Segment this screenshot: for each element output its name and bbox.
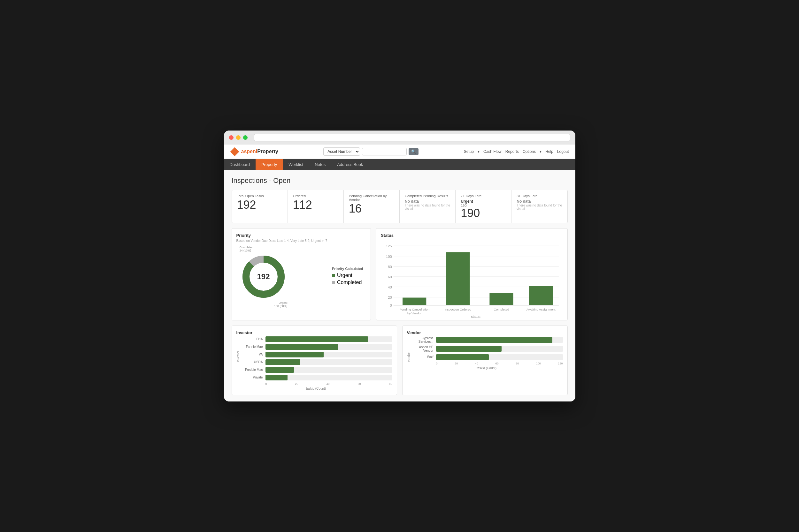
svg-text:125: 125 xyxy=(386,245,392,248)
hbar-fill-va xyxy=(266,352,324,357)
nav-item-property[interactable]: Property xyxy=(256,159,283,170)
hbar-cypress: Cypress Services... xyxy=(411,336,563,343)
hbar-label-wolf: Wolf xyxy=(411,355,436,359)
search-select[interactable]: Asset Number xyxy=(323,148,360,156)
investor-chart-wrapper: investor FHA Fannie Mae xyxy=(236,336,392,390)
charts-row-1: Priority Based on Vendor Due Date: Late … xyxy=(232,228,568,320)
page-title: Inspections - Open xyxy=(232,176,568,185)
hbar-aspen: Aspen HP Vendor xyxy=(411,345,563,352)
priority-legend-title: Priority Calculated xyxy=(332,267,363,271)
investor-xtick-40: 40 xyxy=(326,382,329,385)
vendor-x-label: taskid (Count) xyxy=(411,366,563,370)
stat-no-data-2: No data xyxy=(516,199,562,204)
hbar-fill-wolf xyxy=(436,354,489,360)
hbar-track-private xyxy=(266,375,392,380)
svg-text:20: 20 xyxy=(388,296,392,300)
vendor-xtick-40: 40 xyxy=(475,362,478,365)
stat-label-total: Total Open Tasks xyxy=(237,194,283,198)
stat-label-ordered: Ordered xyxy=(293,194,338,198)
nav-item-notes[interactable]: Notes xyxy=(309,159,331,170)
investor-x-label: taskid (Count) xyxy=(240,387,392,390)
options-link[interactable]: Options xyxy=(523,149,536,154)
hbar-label-freddiemac: Freddie Mac xyxy=(240,368,266,372)
vendor-x-ticks: 0 20 40 60 80 100 120 xyxy=(411,362,563,365)
hbar-label-cypress: Cypress Services... xyxy=(411,336,436,343)
nav-item-addressbook[interactable]: Address Book xyxy=(331,159,369,170)
priority-legend: Priority Calculated Urgent Completed xyxy=(332,267,363,287)
hbar-label-usda: USDA xyxy=(240,360,266,364)
close-button[interactable] xyxy=(229,135,234,140)
search-input[interactable] xyxy=(362,148,407,155)
svg-text:80: 80 xyxy=(388,265,392,269)
legend-dot-completed xyxy=(332,281,335,284)
setup-link[interactable]: Setup xyxy=(464,149,474,154)
hbar-label-aspen: Aspen HP Vendor xyxy=(411,345,436,352)
donut-label-urgent: Urgent168 (88%) xyxy=(240,301,288,308)
vendor-xtick-100: 100 xyxy=(536,362,541,365)
hbar-fill-fanniemae xyxy=(266,344,338,350)
svg-text:60: 60 xyxy=(388,275,392,279)
chart-status: Status 125 100 80 60 40 20 0 xyxy=(376,228,567,320)
svg-text:status: status xyxy=(471,315,480,319)
investor-bars: FHA Fannie Mae xyxy=(240,336,392,390)
svg-text:Pending Cancellation: Pending Cancellation xyxy=(400,308,429,311)
vendor-y-axis-label: vendor xyxy=(407,336,411,362)
svg-text:Inspection Ordered: Inspection Ordered xyxy=(444,308,471,311)
hbar-fill-freddiemac xyxy=(266,367,294,373)
hbar-fill-cypress xyxy=(436,337,552,343)
priority-chart-subtitle: Based on Vendor Due Date: Late 1-4, Very… xyxy=(236,239,366,243)
svg-text:Completed: Completed xyxy=(494,308,509,311)
logout-link[interactable]: Logout xyxy=(557,149,569,154)
vendor-xtick-80: 80 xyxy=(515,362,519,365)
hbar-freddiemac: Freddie Mac xyxy=(240,367,392,373)
svg-rect-19 xyxy=(446,252,470,305)
donut-chart: 192 xyxy=(240,253,288,301)
help-link[interactable]: Help xyxy=(545,149,553,154)
svg-text:by Vendor: by Vendor xyxy=(407,311,422,315)
vendor-chart-title: Vendor xyxy=(407,330,563,335)
top-nav-right: Setup▾ Cash Flow Reports Options▾ Help L… xyxy=(464,149,569,154)
minimize-button[interactable] xyxy=(236,135,240,140)
hbar-private: Private xyxy=(240,375,392,380)
address-bar[interactable] xyxy=(254,134,570,141)
stat-value-total: 192 xyxy=(237,199,283,211)
app-header: aspeniProperty Asset Number 🔍 Setup▾ Cas… xyxy=(224,145,575,159)
browser-titlebar xyxy=(224,131,575,145)
maximize-button[interactable] xyxy=(243,135,248,140)
vendor-xtick-0: 0 xyxy=(436,362,438,365)
investor-chart-title: Investor xyxy=(236,330,392,335)
hbar-track-aspen xyxy=(436,346,563,352)
svg-text:40: 40 xyxy=(388,285,392,289)
chart-vendor: Vendor vendor Cypress Services... xyxy=(402,325,568,395)
legend-completed: Completed xyxy=(332,280,363,285)
nav-item-dashboard[interactable]: Dashboard xyxy=(224,159,256,170)
hbar-label-fanniemae: Fannie Mae xyxy=(240,345,266,348)
hbar-fill-aspen xyxy=(436,346,502,352)
stat-label-3days: 3+ Days Late xyxy=(516,194,562,198)
donut-label-completed: Completed24 (13%) xyxy=(240,246,288,252)
investor-x-ticks: 0 20 40 60 80 xyxy=(240,382,392,385)
hbar-track-fanniemae xyxy=(266,344,392,350)
stat-completed-pending: Completed Pending Results No data There … xyxy=(400,190,456,223)
cashflow-link[interactable]: Cash Flow xyxy=(483,149,502,154)
hbar-va: VA xyxy=(240,352,392,357)
hbar-track-cypress xyxy=(436,337,563,343)
stat-value-7days: 190 xyxy=(461,207,506,219)
reports-link[interactable]: Reports xyxy=(505,149,519,154)
svg-text:Awaiting Assignment: Awaiting Assignment xyxy=(526,308,556,311)
search-button[interactable]: 🔍 xyxy=(408,148,418,155)
hbar-track-freddiemac xyxy=(266,367,392,373)
hbar-track-usda xyxy=(266,359,392,365)
stat-ordered: Ordered 112 xyxy=(288,190,344,223)
status-bar-chart-svg: 125 100 80 60 40 20 0 xyxy=(381,239,563,321)
stats-row: Total Open Tasks 192 Ordered 112 Pending… xyxy=(232,190,568,223)
stat-label-completed-pending: Completed Pending Results xyxy=(405,194,450,198)
hbar-fanniemae: Fannie Mae xyxy=(240,344,392,350)
nav-item-worklist[interactable]: Worklist xyxy=(283,159,309,170)
vendor-chart-wrapper: vendor Cypress Services... Aspen HP Vend… xyxy=(407,336,563,370)
svg-text:100: 100 xyxy=(386,255,392,259)
hbar-fill-private xyxy=(266,375,288,380)
stat-urgent-label: Urgent xyxy=(461,199,506,204)
hbar-fha: FHA xyxy=(240,336,392,342)
stat-label-7days: 7+ Days Late xyxy=(461,194,506,198)
